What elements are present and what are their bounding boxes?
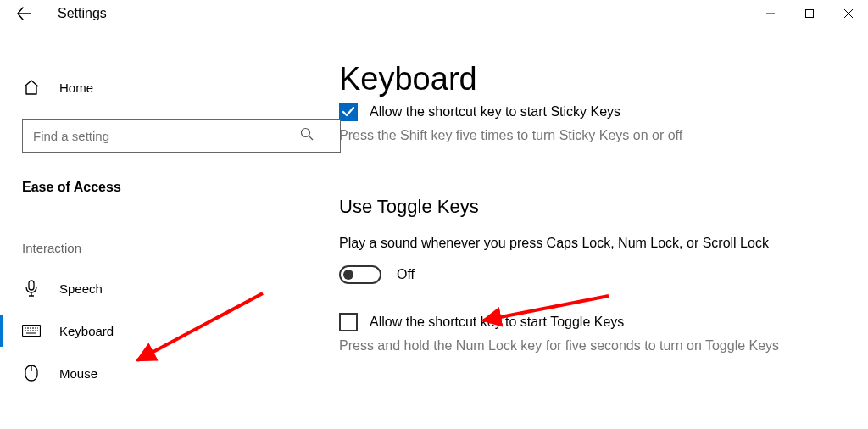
search-input[interactable] — [22, 119, 341, 153]
sidebar-item-keyboard[interactable]: Keyboard — [15, 309, 339, 352]
toggle-keys-help: Press and hold the Num Lock key for five… — [339, 337, 858, 355]
page-title: Keyboard — [339, 61, 858, 98]
sidebar-item-label: Keyboard — [59, 324, 114, 338]
toggle-keys-state: Off — [397, 267, 415, 282]
maximize-icon — [805, 9, 814, 18]
keyboard-icon — [22, 321, 41, 340]
home-icon — [22, 78, 41, 97]
search-wrap — [22, 119, 324, 153]
maximize-button[interactable] — [790, 0, 829, 27]
sidebar-home-label: Home — [59, 81, 93, 95]
sidebar-item-home[interactable]: Home — [15, 66, 339, 109]
sidebar: Home Ease of Access Interaction Speech K… — [0, 27, 339, 429]
back-button[interactable] — [14, 3, 34, 24]
toggle-keys-shortcut-checkbox[interactable] — [339, 313, 358, 332]
sidebar-group-label: Interaction — [15, 203, 339, 267]
sidebar-item-label: Speech — [59, 281, 103, 296]
titlebar: Settings — [0, 0, 868, 27]
sidebar-section-label: Ease of Access — [15, 171, 339, 203]
svg-rect-0 — [806, 10, 814, 18]
toggle-keys-heading: Use Toggle Keys — [339, 196, 858, 218]
checkmark-icon — [342, 105, 355, 119]
main-panel: Keyboard Allow the shortcut key to start… — [339, 27, 868, 429]
minimize-icon — [766, 9, 775, 18]
close-button[interactable] — [829, 0, 868, 27]
sidebar-item-label: Mouse — [59, 366, 97, 381]
sidebar-item-mouse[interactable]: Mouse — [15, 352, 339, 394]
window-controls — [751, 0, 868, 27]
svg-rect-2 — [29, 281, 34, 290]
microphone-icon — [22, 279, 41, 298]
minimize-button[interactable] — [751, 0, 790, 27]
search-icon — [300, 127, 314, 144]
sticky-keys-shortcut-row: Allow the shortcut key to start Sticky K… — [339, 103, 858, 121]
window-title: Settings — [58, 6, 107, 21]
toggle-keys-shortcut-label: Allow the shortcut key to start Toggle K… — [370, 315, 624, 330]
close-icon — [844, 9, 853, 18]
toggle-keys-toggle-row: Off — [339, 265, 858, 284]
arrow-left-icon — [16, 6, 31, 21]
svg-point-1 — [302, 129, 310, 137]
toggle-keys-toggle[interactable] — [339, 265, 381, 284]
sidebar-item-speech[interactable]: Speech — [15, 267, 339, 309]
sticky-keys-help: Press the Shift key five times to turn S… — [339, 126, 858, 145]
content-area: Home Ease of Access Interaction Speech K… — [0, 27, 868, 429]
sticky-keys-shortcut-label: Allow the shortcut key to start Sticky K… — [370, 104, 620, 120]
toggle-keys-label: Play a sound whenever you press Caps Loc… — [339, 233, 858, 254]
mouse-icon — [22, 364, 41, 382]
sticky-keys-shortcut-checkbox[interactable] — [339, 103, 358, 121]
toggle-keys-shortcut-row: Allow the shortcut key to start Toggle K… — [339, 313, 858, 332]
toggle-knob — [343, 270, 353, 280]
